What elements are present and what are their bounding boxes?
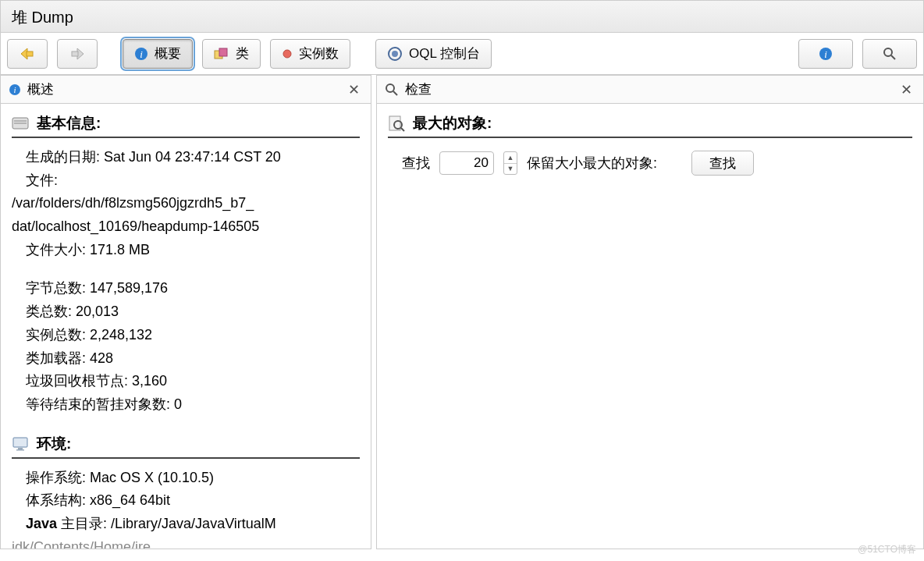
classloaders-label: 类加载器: [26,350,86,366]
javahome-label: 主目录: [57,516,107,531]
magnifier-icon [385,83,399,97]
overview-panel-header: i 概述 ✕ [1,76,371,104]
dot-icon [282,48,293,59]
info-icon: i [9,83,21,96]
inspect-panel-title: 检查 [405,80,897,98]
file-label-row: 文件: [26,169,360,193]
svg-text:i: i [824,48,827,60]
file-size-label: 文件大小: [26,242,86,257]
basic-info-body: 生成的日期: Sat Jun 04 23:47:14 CST 20 文件: /v… [12,146,360,417]
count-spinner[interactable]: ▲ ▼ [503,151,517,175]
classloaders-row: 类加载器: 428 [26,347,360,371]
svg-line-25 [401,128,404,131]
svg-rect-0 [27,51,33,56]
spacer-row [26,261,360,277]
file-size-row: 文件大小: 171.8 MB [26,239,360,262]
overview-scroll[interactable]: 基本信息: 生成的日期: Sat Jun 04 23:47:14 CST 20 … [1,104,371,549]
arch-row: 体系结构: x86_64 64bit [26,489,360,513]
magnifier-icon [882,46,897,62]
svg-line-22 [393,91,397,95]
env-body: 操作系统: Mac OS X (10.10.5) 体系结构: x86_64 64… [12,467,360,549]
panels-container: i 概述 ✕ 基本信息: 生成的日期: Sat Jun 04 23:47:14 … [0,75,924,549]
file-path-2: dat/localhost_10169/heapdump-146505 [12,215,360,239]
info-button[interactable]: i [798,39,853,69]
main-toolbar: i 概要 类 实例数 OQL 控制台 i [0,33,924,75]
arch-value: x86_64 64bit [90,492,170,508]
gcroots-label: 垃圾回收根节点: [26,373,128,389]
javahome-row: Java 主目录: /Library/Java/JavaVirtualM [26,513,360,536]
inspect-panel: 检查 ✕ 最大的对象: 查找 ▲ ▼ 保留大小最大的对象: 查 [376,75,924,549]
overview-panel: i 概述 ✕ 基本信息: 生成的日期: Sat Jun 04 23:47:14 … [0,75,371,549]
close-icon[interactable]: ✕ [345,81,363,98]
instances-tab-label: 实例数 [299,44,339,62]
monitor-icon [12,436,29,452]
basic-info-heading-text: 基本信息: [37,113,101,133]
svg-text:i: i [140,48,143,60]
svg-point-6 [283,50,291,58]
svg-rect-5 [219,48,227,56]
spinner-down-icon[interactable]: ▼ [504,164,517,175]
oql-console-label: OQL 控制台 [409,44,480,62]
svg-rect-19 [18,448,23,449]
spinner-up-icon[interactable]: ▲ [504,152,517,164]
find-label: 查找 [402,154,430,172]
forward-button[interactable] [57,39,98,69]
count-input[interactable] [439,151,494,175]
pending-label: 等待结束的暂挂对象数: [26,396,170,412]
oql-console-button[interactable]: OQL 控制台 [375,39,492,69]
back-button[interactable] [7,39,48,69]
retain-label: 保留大小最大的对象: [527,154,657,172]
classes-icon [214,47,229,61]
gcroots-row: 垃圾回收根节点: 3,160 [26,370,360,393]
overview-tab-button[interactable]: i 概要 [123,39,193,69]
info-icon: i [134,47,148,61]
arch-label: 体系结构: [26,492,86,508]
file-path-1: /var/folders/dh/f8lzsmg560jgzrdh5_b7_ [12,192,360,215]
info-icon: i [819,47,833,61]
close-icon[interactable]: ✕ [897,81,915,98]
classes-value: 20,013 [76,304,119,319]
bytes-value: 147,589,176 [90,280,168,296]
overview-tab-label: 概要 [155,44,181,62]
os-row: 操作系统: Mac OS X (10.10.5) [26,467,360,490]
overview-panel-body: 基本信息: 生成的日期: Sat Jun 04 23:47:14 CST 20 … [1,104,371,549]
biggest-objects-heading-text: 最大的对象: [413,113,492,133]
pending-row: 等待结束的暂挂对象数: 0 [26,393,360,417]
find-button[interactable]: 查找 [691,151,754,176]
classes-tab-label: 类 [236,44,249,62]
find-row: 查找 ▲ ▼ 保留大小最大的对象: 查找 [388,146,912,176]
watermark: @51CTO博客 [858,543,916,556]
svg-rect-20 [16,449,24,451]
env-heading-text: 环境: [37,434,71,454]
classes-label: 类总数: [26,304,72,319]
svg-point-21 [386,84,394,92]
inspect-panel-body: 最大的对象: 查找 ▲ ▼ 保留大小最大的对象: 查找 [377,104,923,549]
classes-row: 类总数: 20,013 [26,300,360,324]
search-button[interactable] [862,39,917,69]
svg-rect-1 [72,51,78,56]
card-icon [12,116,29,130]
inspect-panel-header: 检查 ✕ [377,76,923,104]
bytes-label: 字节总数: [26,280,86,296]
instances-tab-button[interactable]: 实例数 [270,39,350,69]
file-label: 文件: [26,172,58,188]
inspect-scroll[interactable]: 最大的对象: 查找 ▲ ▼ 保留大小最大的对象: 查找 [377,104,923,549]
os-label: 操作系统: [26,470,86,485]
basic-info-heading: 基本信息: [12,113,360,138]
magnifier-doc-icon [388,115,405,132]
gen-date-row: 生成的日期: Sat Jun 04 23:47:14 CST 20 [26,146,360,169]
svg-rect-18 [13,438,27,447]
svg-text:i: i [13,85,16,94]
gcroots-value: 3,160 [132,373,167,389]
instances-row: 实例总数: 2,248,132 [26,324,360,347]
os-value: Mac OS X (10.10.5) [90,470,214,485]
java-bold: Java [26,516,57,531]
classes-tab-button[interactable]: 类 [202,39,261,69]
pending-value: 0 [174,396,182,412]
bytes-row: 字节总数: 147,589,176 [26,277,360,300]
biggest-objects-heading: 最大的对象: [388,113,912,138]
javahome-value: /Library/Java/JavaVirtualM [111,516,276,531]
gen-date-label: 生成的日期: [26,149,100,165]
window-title: 堆 Dump [0,0,924,33]
instances-label: 实例总数: [26,327,86,343]
